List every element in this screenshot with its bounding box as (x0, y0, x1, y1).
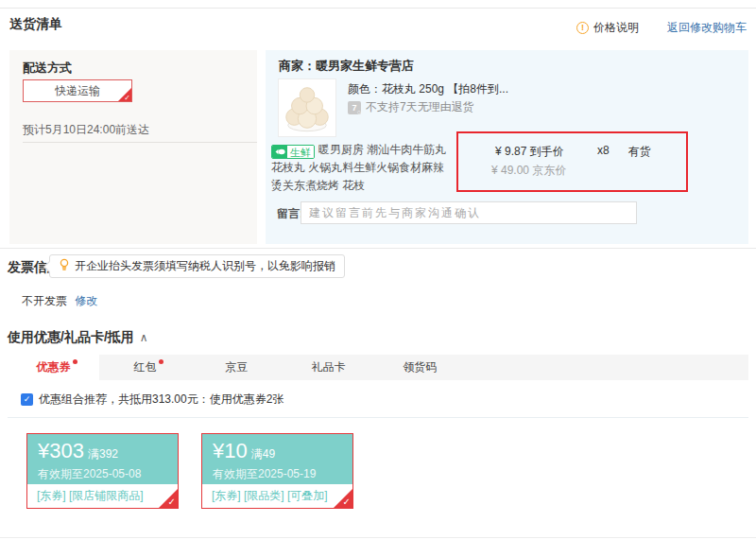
product-title[interactable]: 生鲜 暖男厨房 潮汕牛肉牛筋丸花枝丸 火锅丸料生鲜火锅食材麻辣烫关东煮烧烤 花枝 (271, 141, 453, 195)
deal-price-label: 到手价 (530, 145, 564, 158)
red-dot-badge (159, 359, 163, 364)
fish-icon (272, 145, 287, 159)
header-actions: ! 价格说明 返回修改购物车 (576, 20, 747, 36)
discount-tabbar: 优惠券 红包 京豆 礼品卡 领货码 (8, 355, 748, 380)
coupon-tags: [东券] [限品类] [可叠加] (202, 484, 352, 508)
coupon-condition: 满49 (251, 447, 275, 461)
price-annotation-box (456, 131, 688, 192)
combo-checkbox[interactable]: ✓ (21, 393, 33, 406)
discount-section-label: 使用优惠/礼品卡/抵用∧ (8, 329, 148, 346)
shipping-panel: 配送方式 快递运输 ✓ 预计5月10日24:00前送达 (9, 50, 257, 244)
invoice-current: 不开发票 (22, 294, 67, 307)
original-price: ¥ 49.00 京东价 (491, 163, 566, 179)
top-divider (0, 8, 756, 9)
selected-check-icon: ✓ (343, 496, 351, 508)
coupon-amount: ¥10满49 (213, 439, 275, 463)
divider (8, 417, 748, 418)
no-7day-return-icon: 7○ (348, 101, 361, 114)
invoice-tip-text: 开企业抬头发票须填写纳税人识别号，以免影响报销 (75, 258, 335, 274)
coupon-face: ¥303满392 有效期至2025-05-08 (27, 434, 178, 485)
coupon-validity: 有效期至2025-05-19 (213, 466, 316, 482)
tab-coupon[interactable]: 优惠券 (8, 355, 99, 380)
price-explanation-label: 价格说明 (593, 20, 639, 36)
combo-note: 优惠组合推荐，共抵用313.00元：使用优惠券2张 (39, 392, 284, 408)
checkout-page: 送货清单 ! 价格说明 返回修改购物车 配送方式 快递运输 ✓ 预计5月10日2… (0, 0, 756, 540)
invoice-modify-link[interactable]: 修改 (75, 294, 97, 307)
express-shipping-button[interactable]: 快递运输 ✓ (23, 79, 132, 102)
coupon-card-10[interactable]: ¥10满49 有效期至2025-05-19 [东券] [限品类] [可叠加] ✓ (201, 433, 353, 509)
fresh-badge-label: 生鲜 (287, 146, 314, 159)
tab-red-packet[interactable]: 红包 (99, 355, 191, 380)
invoice-tip-bubble: 开企业抬头发票须填写纳税人识别号，以免影响报销 (49, 254, 345, 278)
merchant-panel: 商家：暖男家生鲜专营店 颜色：花枝丸 250g 【拍8件到... 7○ 不支持7… (266, 50, 748, 244)
return-policy-row: 7○ 不支持7天无理由退货 (348, 99, 474, 115)
message-label: 留言: (277, 206, 303, 222)
price-explanation-link[interactable]: ! 价格说明 (576, 20, 639, 36)
stock-status: 有货 (628, 144, 651, 160)
return-policy-note: 不支持7天无理由退货 (366, 99, 474, 115)
chevron-up-icon[interactable]: ∧ (140, 331, 148, 344)
tab-jd-beans[interactable]: 京豆 (191, 355, 283, 380)
coupon-card-303[interactable]: ¥303满392 有效期至2025-05-08 [东券] [限店铺限商品] ✓ (26, 433, 179, 509)
delivery-estimate: 预计5月10日24:00前送达 (23, 122, 149, 138)
deal-price: ¥ 9.87 到手价 (495, 144, 564, 160)
message-input[interactable] (301, 201, 637, 224)
fishball-illustration (279, 79, 335, 136)
coupon-face: ¥10满49 有效期至2025-05-19 (202, 434, 352, 485)
express-shipping-label: 快递运输 (55, 84, 100, 97)
invoice-current-row: 不开发票 修改 (22, 293, 97, 309)
section-divider (0, 248, 756, 249)
lightbulb-icon (59, 258, 70, 274)
divider (0, 537, 756, 538)
tab-gift-card[interactable]: 礼品卡 (283, 355, 374, 380)
combo-recommendation-row: ✓ 优惠组合推荐，共抵用313.00元：使用优惠券2张 (21, 392, 284, 408)
product-image[interactable] (278, 78, 336, 137)
shipping-method-label: 配送方式 (23, 60, 72, 77)
merchant-name: 商家：暖男家生鲜专营店 (279, 58, 414, 75)
coupon-condition: 满392 (88, 447, 118, 461)
quantity: x8 (597, 144, 610, 157)
deal-price-value: ¥ 9.87 (495, 145, 526, 158)
product-variant: 颜色：花枝丸 250g 【拍8件到... (348, 81, 508, 97)
coupon-amount: ¥303满392 (38, 439, 118, 463)
coupon-validity: 有效期至2025-05-08 (38, 466, 141, 482)
selected-check-icon: ✓ (168, 496, 176, 508)
coupon-tags: [东券] [限店铺限商品] (27, 484, 178, 508)
original-price-value: ¥ 49.00 (491, 164, 529, 177)
info-icon: ! (576, 22, 589, 34)
original-price-label: 京东价 (532, 164, 566, 177)
tab-pickup-code[interactable]: 领货码 (374, 355, 466, 380)
selected-check-icon: ✓ (124, 94, 130, 103)
fresh-badge: 生鲜 (271, 145, 315, 159)
back-to-cart-link[interactable]: 返回修改购物车 (667, 20, 747, 36)
divider (23, 142, 257, 143)
red-dot-badge (73, 359, 77, 364)
page-title: 送货清单 (9, 16, 62, 33)
